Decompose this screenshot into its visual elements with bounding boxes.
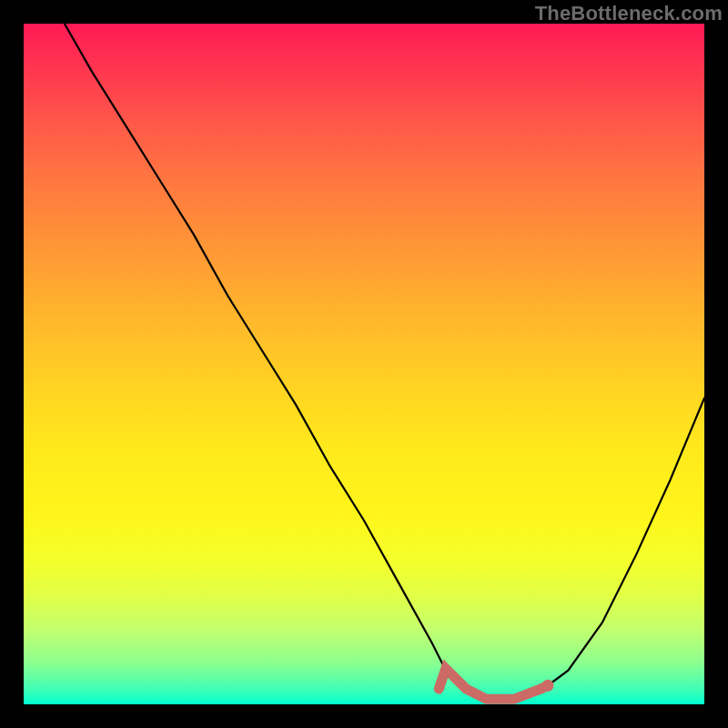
optimal-end-dot — [542, 680, 554, 692]
chart-frame: TheBottleneck.com — [0, 0, 728, 728]
optimal-band-marker — [439, 669, 548, 700]
plot-area — [24, 24, 704, 704]
watermark-text: TheBottleneck.com — [535, 2, 723, 25]
curve-path — [65, 24, 704, 701]
bottleneck-curve — [24, 24, 704, 704]
